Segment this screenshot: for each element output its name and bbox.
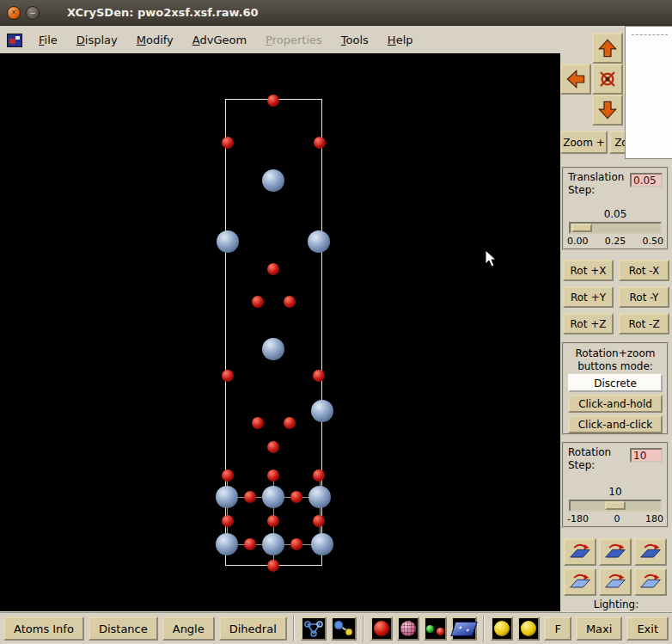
translate-up-button[interactable]: [592, 33, 623, 64]
translate-down-button[interactable]: [592, 95, 623, 126]
atom-O[interactable]: [314, 137, 326, 149]
toolbar-button-maxi[interactable]: Maxi: [576, 616, 623, 641]
translation-step-entry[interactable]: [630, 173, 663, 187]
mode-button-discrete[interactable]: Discrete: [568, 374, 663, 392]
rot-button-rot-minus-z[interactable]: Rot -Z: [619, 313, 669, 334]
atom-W[interactable]: [262, 338, 284, 360]
rotation-step-slider[interactable]: [569, 500, 662, 512]
translation-step-slider[interactable]: [569, 222, 662, 234]
menu-modify[interactable]: Modify: [127, 28, 183, 52]
menu-file[interactable]: File: [29, 28, 67, 52]
toolbar-button-atoms-info[interactable]: Atoms Info: [3, 616, 84, 641]
atom-W[interactable]: [262, 533, 284, 555]
menu-tools[interactable]: Tools: [332, 28, 378, 52]
translation-step-label: Translation Step:: [568, 171, 624, 197]
atom-W[interactable]: [217, 230, 239, 253]
atom-O[interactable]: [267, 560, 279, 572]
titlebar[interactable]: × – XCrySDen: pwo2xsf.xsf.raw.60: [0, 0, 672, 26]
translation-slider-handle[interactable]: [571, 224, 592, 232]
zoom-in-button[interactable]: Zoom +: [560, 131, 608, 154]
atom-O[interactable]: [252, 296, 264, 308]
atom-O[interactable]: [290, 538, 302, 550]
rot-button-rot-plus-x[interactable]: Rot +X: [563, 260, 614, 281]
menu-items: FileDisplayModifyAdvGeomPropertiesToolsH…: [29, 26, 423, 53]
toolbar-button-f[interactable]: F: [544, 616, 571, 641]
translation-step-frame: Translation Step: 0.05 0.000.250.50: [562, 167, 669, 250]
toolbar-button-distance[interactable]: Distance: [89, 616, 158, 641]
menu-help[interactable]: Help: [378, 28, 423, 52]
reset-orientation-button[interactable]: [592, 64, 623, 95]
stereo-display-button[interactable]: [451, 616, 477, 641]
spacefill-display-button[interactable]: [370, 616, 393, 641]
rot-button-rot-plus-y[interactable]: Rot +Y: [563, 286, 614, 308]
atom-O[interactable]: [244, 491, 256, 503]
rotate-plane-button-5[interactable]: [599, 568, 632, 596]
rot-button-rot-plus-z[interactable]: Rot +Z: [563, 313, 614, 334]
atom-W[interactable]: [311, 400, 333, 422]
toolbar-button-dihedral[interactable]: Dihedral: [219, 616, 287, 641]
atom-O[interactable]: [290, 491, 302, 503]
window-minimize-button[interactable]: –: [26, 6, 40, 20]
rot-button-rot-minus-x[interactable]: Rot -X: [619, 260, 669, 281]
wireframe-display-button[interactable]: [301, 616, 327, 641]
window-buttons-group: FMaxiExit: [544, 616, 669, 641]
molecule-balls-icon: [333, 619, 355, 638]
atom-W[interactable]: [311, 533, 333, 555]
atom-O[interactable]: [252, 417, 264, 429]
atom-O[interactable]: [267, 95, 279, 107]
atom-O[interactable]: [267, 441, 279, 453]
rotate-plane-button-1[interactable]: [564, 538, 596, 566]
atom-O[interactable]: [244, 538, 256, 550]
toolbar-button-exit[interactable]: Exit: [626, 616, 669, 641]
app-icon: [7, 34, 22, 47]
molecule-wireframe-icon: [302, 619, 325, 638]
atom-W[interactable]: [216, 533, 238, 555]
rotate-plane-button-6[interactable]: [634, 568, 667, 596]
atom-W[interactable]: [309, 486, 331, 508]
atom-W[interactable]: [262, 169, 284, 192]
rotate-plane-button-4[interactable]: [564, 568, 596, 596]
ballstick-display-button[interactable]: [331, 616, 357, 641]
atom-W[interactable]: [216, 486, 238, 508]
mode-button-clickminus-andminus-click[interactable]: Click-and-click: [568, 415, 663, 433]
toolbar-separator: [293, 616, 295, 641]
menu-advgeom[interactable]: AdvGeom: [183, 28, 256, 52]
render-viewport[interactable]: [0, 53, 561, 611]
rotate-plane-icon: [604, 572, 626, 592]
atom-O[interactable]: [267, 469, 279, 481]
anaglyph-display-button[interactable]: [424, 616, 446, 641]
close-icon: ×: [11, 9, 16, 17]
atom-O[interactable]: [222, 137, 234, 149]
toolbar-button-angle[interactable]: Angle: [162, 616, 215, 641]
translate-left-button[interactable]: [560, 64, 591, 95]
arrow-up-icon: [597, 35, 618, 61]
light-toggle-button-1[interactable]: [491, 616, 513, 641]
atom-O[interactable]: [267, 263, 279, 275]
atom-O[interactable]: [284, 296, 296, 308]
yellow-sphere-icon: [521, 621, 536, 636]
atom-O[interactable]: [222, 469, 234, 481]
rotate-plane-button-2[interactable]: [599, 538, 632, 566]
atom-O[interactable]: [267, 515, 279, 527]
atom-O[interactable]: [313, 469, 325, 481]
menu-display[interactable]: Display: [67, 28, 127, 52]
scale-tick: 0.50: [643, 236, 664, 247]
atom-O[interactable]: [222, 515, 234, 527]
textured-sphere-button[interactable]: [397, 616, 419, 641]
atom-W[interactable]: [308, 230, 330, 253]
rotation-slider-handle[interactable]: [605, 501, 626, 510]
mode-button-clickminus-andminus-hold[interactable]: Click-and-hold: [568, 395, 663, 413]
atom-W[interactable]: [262, 486, 284, 508]
atom-O[interactable]: [284, 417, 296, 429]
window-close-button[interactable]: ×: [7, 6, 21, 20]
rotation-plane-buttons: [564, 538, 667, 596]
light-toggle-button-2[interactable]: [517, 616, 540, 641]
atom-O[interactable]: [313, 370, 325, 382]
rot-button-rot-minus-y[interactable]: Rot -Y: [619, 286, 669, 308]
atom-O[interactable]: [313, 515, 325, 527]
rotation-step-entry[interactable]: [630, 448, 663, 463]
rotate-plane-button-3[interactable]: [634, 538, 667, 566]
atom-O[interactable]: [222, 370, 234, 382]
reset-orientation-icon: [597, 66, 618, 92]
detached-menu-popup[interactable]: [625, 26, 672, 159]
